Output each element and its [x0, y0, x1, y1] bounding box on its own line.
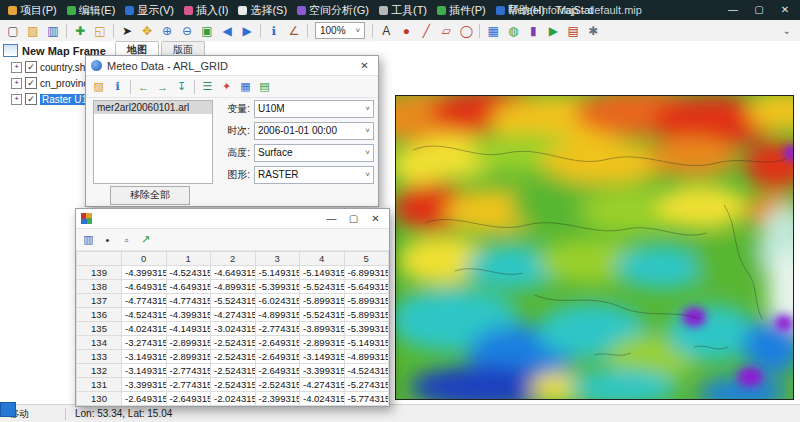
table-cell[interactable]: -5.024315	[344, 406, 389, 407]
table-cell[interactable]: -2.899315	[300, 336, 345, 350]
chart-button[interactable]: ▮	[523, 22, 543, 40]
table-cell[interactable]: -4.899315	[255, 308, 300, 322]
select-button[interactable]: ➤	[117, 22, 137, 40]
table-cell[interactable]: -1.774315	[166, 406, 211, 407]
identify-button[interactable]: ℹ	[264, 22, 284, 40]
table-cell[interactable]: -5.649315	[344, 280, 389, 294]
table-cell[interactable]: -4.274315	[211, 308, 256, 322]
table-cell[interactable]: -4.899315	[344, 350, 389, 364]
table-cell[interactable]: -3.149315	[122, 364, 167, 378]
menu-item-tools[interactable]: 工具(T)	[374, 0, 432, 20]
draw-circle-button[interactable]: ◯	[456, 22, 476, 40]
column-header-2[interactable]: 2	[211, 252, 256, 266]
table-cell[interactable]: -3.149315	[122, 350, 167, 364]
table-cell[interactable]: -2.649315	[255, 336, 300, 350]
row-header[interactable]: 135	[77, 322, 122, 336]
table-cell[interactable]: -2.649315	[255, 406, 300, 407]
table-cell[interactable]: -2.649315	[255, 350, 300, 364]
zoom-in-button[interactable]: ⊕	[157, 22, 177, 40]
list-button[interactable]: ☰	[198, 78, 217, 95]
row-header[interactable]: 132	[77, 364, 122, 378]
table-cell[interactable]: -4.399315	[166, 308, 211, 322]
expand-icon[interactable]: +	[11, 78, 22, 89]
table-cell[interactable]: -3.399315	[300, 364, 345, 378]
table-cell[interactable]: -2.524315	[255, 378, 300, 392]
report-button[interactable]: ▤	[563, 22, 583, 40]
animate-button[interactable]: ✦	[217, 78, 236, 95]
chart-button[interactable]: ▦	[236, 78, 255, 95]
minimize-icon[interactable]: —	[323, 209, 340, 228]
table-cell[interactable]: -6.899315	[344, 266, 389, 280]
table-cell[interactable]: -5.899315	[300, 294, 345, 308]
table-cell[interactable]: -2.649315	[255, 364, 300, 378]
prev-time-button[interactable]: ←	[134, 78, 153, 95]
row-header[interactable]: 133	[77, 350, 122, 364]
table-cell[interactable]: -4.024315	[122, 322, 167, 336]
menu-item-plugin[interactable]: 插件(P)	[432, 0, 491, 20]
data-grid[interactable]: 012345 139-4.399315-4.524315-4.649315-5.…	[76, 251, 389, 406]
table-cell[interactable]: -2.774315	[166, 364, 211, 378]
table-cell[interactable]: -2.524315	[211, 336, 256, 350]
row-header[interactable]: 131	[77, 378, 122, 392]
full-extent-button[interactable]: ▣	[197, 22, 217, 40]
table-cell[interactable]: -4.649315	[166, 280, 211, 294]
zoom-out-button[interactable]: ⊖	[177, 22, 197, 40]
table-cell[interactable]: -4.524315	[344, 364, 389, 378]
row-header[interactable]: 137	[77, 294, 122, 308]
open-data-button[interactable]: ◱	[90, 22, 110, 40]
table-cell[interactable]: -3.024315	[211, 322, 256, 336]
table-cell[interactable]: -6.024315	[255, 294, 300, 308]
globe-view-button[interactable]: ◍	[503, 22, 523, 40]
column-header-5[interactable]: 5	[344, 252, 389, 266]
table-cell[interactable]: -4.274315	[300, 378, 345, 392]
table-cell[interactable]: -2.899315	[166, 336, 211, 350]
graphic-select[interactable]: RASTER ˅	[254, 166, 374, 184]
remove-all-button[interactable]: 移除全部	[110, 186, 190, 205]
table-cell[interactable]: -5.274315	[344, 378, 389, 392]
table-cell[interactable]: -5.149315	[255, 266, 300, 280]
meteo-dialog-titlebar[interactable]: Meteo Data - ARL_GRID ✕	[86, 56, 378, 76]
layer-checkbox[interactable]: ✓	[25, 61, 37, 73]
column-header-3[interactable]: 3	[255, 252, 300, 266]
minimize-button[interactable]: —	[720, 0, 746, 20]
table-cell[interactable]: -2.524315	[211, 350, 256, 364]
table-cell[interactable]: -3.149315	[300, 350, 345, 364]
map-button[interactable]: ▤	[255, 78, 274, 95]
data-file-list[interactable]: mer2arl20060101.arl	[93, 100, 213, 184]
table-cell[interactable]: -0.899315	[211, 406, 256, 407]
menu-item-geoprocessing[interactable]: 空间分析(G)	[292, 0, 374, 20]
table-cell[interactable]: -4.899315	[211, 280, 256, 294]
dot-button[interactable]: •	[98, 231, 117, 248]
menu-item-view[interactable]: 显示(V)	[120, 0, 179, 20]
table-cell[interactable]: -5.524315	[300, 280, 345, 294]
menu-item-insert[interactable]: 插入(I)	[179, 0, 233, 20]
table-cell[interactable]: -5.149315	[300, 266, 345, 280]
next-time-button[interactable]: →	[153, 78, 172, 95]
draw-line-button[interactable]: ╱	[416, 22, 436, 40]
download-button[interactable]: ↧	[172, 78, 191, 95]
table-cell[interactable]: -5.399315	[255, 280, 300, 294]
table-cell[interactable]: -4.399315	[122, 266, 167, 280]
column-header-1[interactable]: 1	[166, 252, 211, 266]
zoom-level-select[interactable]: 100%˅	[315, 22, 365, 39]
open-button[interactable]: ▨	[23, 22, 43, 40]
toolbar-overflow-button[interactable]: ⌄	[783, 25, 791, 36]
maximize-icon[interactable]: ▢	[345, 209, 362, 228]
table-cell[interactable]: -4.149315	[166, 322, 211, 336]
row-header[interactable]: 129	[77, 406, 122, 407]
table-cell[interactable]: -2.524315	[211, 378, 256, 392]
table-cell[interactable]: -5.524315	[211, 294, 256, 308]
row-header[interactable]: 130	[77, 392, 122, 406]
table-cell[interactable]: -2.774315	[255, 322, 300, 336]
next-extent-button[interactable]: ▶	[237, 22, 257, 40]
save-button[interactable]: ▥	[79, 231, 98, 248]
maximize-button[interactable]: ▢	[746, 0, 772, 20]
map-view-button[interactable]: ▦	[483, 22, 503, 40]
measure-button[interactable]: ∠	[284, 22, 304, 40]
row-header[interactable]: 138	[77, 280, 122, 294]
layer-checkbox[interactable]: ✓	[25, 93, 37, 105]
table-cell[interactable]: -5.899315	[344, 308, 389, 322]
data-file-item[interactable]: mer2arl20060101.arl	[94, 101, 212, 114]
table-cell[interactable]: -2.024315	[211, 392, 256, 406]
open-file-button[interactable]: ▨	[89, 78, 108, 95]
